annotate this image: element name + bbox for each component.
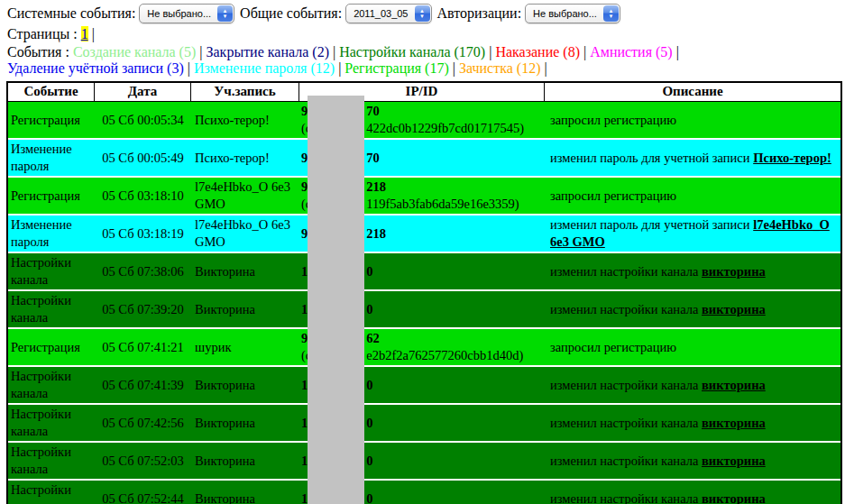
date-cell: 05 Сб 00:05:34	[95, 102, 191, 138]
account-cell: шурик	[191, 329, 299, 365]
account-cell: Викторина	[191, 405, 299, 441]
account-link[interactable]: викторина	[702, 491, 766, 504]
account-cell: l7e4eHbko_O 6e3 GMO	[191, 178, 299, 214]
description-text: изменил настройки канала викторина	[550, 415, 766, 432]
description-cell: изменил настройки канала викторина	[545, 253, 840, 289]
event-cell: Настройки канала	[8, 253, 95, 289]
system-events-label: Системные события:	[7, 5, 135, 22]
table-row: Настройки канала05 Сб 07:41:39Викторина1…	[8, 365, 840, 403]
event-type-link[interactable]: Зачистка (12)	[459, 60, 540, 76]
account-link[interactable]: викторина	[702, 454, 766, 468]
table-header-row: СобытиеДатаУч.записьIP/IDОписание	[8, 83, 840, 102]
event-cell: Изменение пароля	[8, 140, 95, 176]
account-link[interactable]: викторина	[702, 416, 766, 430]
account-cell: Викторина	[191, 481, 299, 504]
select-stepper-icon: ▲▼	[603, 5, 619, 22]
event-type-legend: События : Создание канала (5) | Закрытие…	[0, 43, 845, 78]
date-cell: 05 Сб 07:41:39	[95, 367, 191, 403]
date-cell: 05 Сб 00:05:49	[95, 140, 191, 176]
account-link[interactable]: l7e4eHbko_O 6e3 GMO	[550, 217, 830, 249]
column-header: Дата	[95, 83, 191, 102]
column-header: Событие	[8, 83, 95, 102]
event-type-list: Создание канала (5) | Закрытие канала (2…	[7, 44, 679, 76]
description-text: изменил пароль для учетной записи l7e4eH…	[550, 216, 837, 251]
separator: |	[540, 60, 546, 76]
separator: |	[580, 44, 590, 60]
common-events-select[interactable]: 2011_03_05 ▲▼	[345, 4, 431, 23]
event-type-link[interactable]: Настройки канала (170)	[339, 44, 485, 60]
common-events-value: 2011_03_05	[354, 8, 408, 19]
description-cell: запросил регистрацию	[545, 329, 840, 365]
description-cell: изменил настройки канала викторина	[545, 367, 840, 403]
account-cell: Психо-терор!	[191, 140, 299, 176]
separator: |	[335, 60, 344, 76]
table-row: Регистрация05 Сб 00:05:34Психо-терор!970…	[8, 102, 840, 138]
authorizations-select[interactable]: Не выбрано... ▲▼	[525, 4, 620, 23]
description-text: запросил регистрацию	[550, 188, 676, 205]
date-cell: 05 Сб 03:18:19	[95, 215, 191, 252]
separator: |	[329, 44, 339, 60]
description-text: изменил настройки канала викторина	[550, 377, 766, 394]
select-stepper-icon: ▲▼	[415, 5, 430, 22]
event-cell: Регистрация	[8, 329, 95, 365]
event-type-link[interactable]: Удаление учётной записи (3)	[7, 60, 184, 76]
table-row: Изменение пароля05 Сб 03:18:19l7e4eHbko_…	[8, 214, 840, 252]
table-row: Регистрация05 Сб 03:18:10l7e4eHbko_O 6e3…	[8, 176, 840, 214]
column-header: Уч.запись	[191, 83, 299, 102]
ip-redaction-overlay	[308, 96, 364, 504]
description-text: запросил регистрацию	[550, 112, 676, 129]
date-cell: 05 Сб 07:38:06	[95, 253, 191, 289]
separator: |	[449, 60, 459, 76]
description-cell: запросил регистрацию	[545, 102, 840, 138]
account-link[interactable]: викторина	[702, 302, 766, 316]
table-row: Настройки канала05 Сб 07:42:56Викторина1…	[8, 403, 840, 441]
account-link[interactable]: викторина	[702, 264, 766, 279]
description-cell: изменил пароль для учетной записи l7e4eH…	[545, 215, 840, 252]
description-cell: изменил настройки канала викторина	[545, 405, 840, 441]
event-cell: Регистрация	[8, 178, 95, 214]
separator: |	[485, 44, 495, 60]
description-text: изменил настройки канала викторина	[550, 453, 766, 470]
event-log-table: СобытиеДатаУч.записьIP/IDОписание Регист…	[6, 81, 842, 504]
column-header: Описание	[545, 83, 840, 102]
table-row: Настройки канала05 Сб 07:38:06Викторина1…	[8, 252, 840, 289]
table-row: Регистрация05 Сб 07:41:21шурик962(ce2b2f…	[8, 327, 840, 365]
date-cell: 05 Сб 07:52:03	[95, 443, 191, 479]
event-cell: Регистрация	[8, 102, 95, 138]
authorizations-value: Не выбрано...	[533, 8, 597, 19]
account-link[interactable]: Психо-терор!	[753, 151, 831, 165]
date-cell: 05 Сб 07:42:56	[95, 405, 191, 441]
event-cell: Настройки канала	[8, 367, 95, 403]
account-cell: Викторина	[191, 291, 299, 327]
event-type-link[interactable]: Создание канала (5)	[73, 44, 196, 60]
page-link-1[interactable]: 1	[81, 26, 88, 41]
table-row: Настройки канала05 Сб 07:39:20Викторина1…	[8, 289, 840, 327]
event-type-link[interactable]: Наказание (8)	[495, 44, 580, 60]
event-type-link[interactable]: Закрытие канала (2)	[206, 44, 328, 60]
select-stepper-icon: ▲▼	[217, 5, 233, 22]
date-cell: 05 Сб 03:18:10	[95, 178, 191, 214]
separator: |	[196, 44, 206, 60]
description-cell: изменил настройки канала викторина	[545, 481, 840, 504]
event-type-link[interactable]: Изменение пароля (12)	[194, 60, 335, 76]
common-events-label: Общие события:	[240, 5, 342, 22]
events-label: События :	[7, 44, 69, 60]
account-cell: l7e4eHbko_O 6e3 GMO	[191, 215, 299, 252]
event-type-link[interactable]: Амнистия (5)	[590, 44, 672, 60]
event-type-link[interactable]: Регистрация (17)	[344, 60, 448, 76]
description-cell: изменил пароль для учетной записи Психо-…	[545, 140, 840, 176]
description-text: изменил настройки канала викторина	[550, 490, 766, 504]
table-body: Регистрация05 Сб 00:05:34Психо-терор!970…	[8, 102, 840, 504]
pages-separator: |	[92, 26, 95, 41]
account-cell: Викторина	[191, 367, 299, 403]
description-cell: запросил регистрацию	[545, 178, 840, 214]
date-cell: 05 Сб 07:39:20	[95, 291, 191, 327]
system-events-value: Не выбрано...	[147, 8, 211, 19]
description-text: изменил настройки канала викторина	[550, 263, 766, 280]
account-link[interactable]: викторина	[702, 378, 766, 392]
date-cell: 05 Сб 07:52:44	[95, 481, 191, 504]
account-cell: Викторина	[191, 443, 299, 479]
system-events-select[interactable]: Не выбрано... ▲▼	[139, 4, 234, 23]
authorizations-label: Авторизации:	[437, 5, 522, 22]
description-text: изменил настройки канала викторина	[550, 301, 766, 318]
